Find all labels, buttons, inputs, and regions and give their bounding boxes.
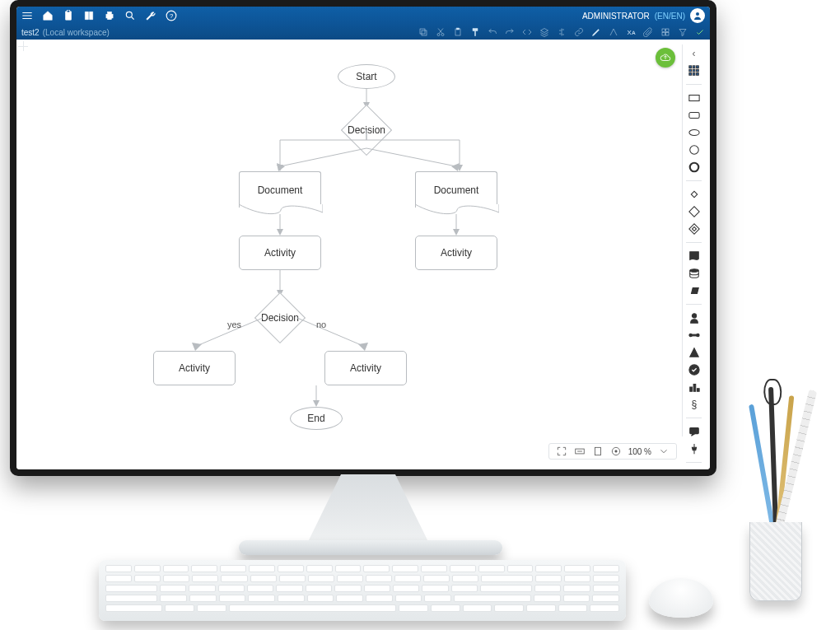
search-icon[interactable] [124,10,136,21]
top-menu-bar: ? ADMINISTRATOR (EN/EN) [16,7,710,25]
svg-rect-64 [689,387,692,391]
node-document-left[interactable]: Document [239,171,321,208]
pencil-icon[interactable] [591,27,601,37]
node-activity-bottom-left[interactable]: Activity [153,351,236,385]
align-icon[interactable] [557,27,567,37]
shape-diamond-inset-icon[interactable] [688,223,701,235]
shape-check-circle-icon[interactable] [688,364,701,376]
cut-icon[interactable] [436,27,446,37]
home-icon[interactable] [42,10,54,21]
shape-rounded-rect-icon[interactable] [688,110,701,121]
shape-ring-icon[interactable] [688,161,701,173]
layers-icon[interactable] [539,27,549,37]
shape-diamond-icon[interactable] [688,206,701,217]
grid-icon[interactable] [660,27,670,37]
svg-rect-54 [691,191,697,197]
attach-icon[interactable] [643,27,653,37]
redo-icon[interactable] [505,27,515,37]
svg-text:§: § [691,399,697,410]
svg-point-8 [696,12,699,16]
monitor-frame: ? ADMINISTRATOR (EN/EN) test2 (Local wor… [10,0,716,476]
svg-rect-68 [689,428,698,434]
svg-point-51 [688,130,698,136]
palette-grid-icon[interactable] [688,65,701,77]
monitor-stand-base [239,540,502,555]
paste-icon[interactable] [453,27,463,37]
svg-point-5 [126,12,132,17]
shape-palette: ‹ § [682,44,705,436]
palette-collapse-icon[interactable]: ‹ [693,48,696,59]
node-start[interactable]: Start [338,64,395,89]
help-icon[interactable]: ? [166,10,177,21]
doc-name[interactable]: test2 [21,28,40,37]
shape-pin-icon[interactable] [688,443,701,455]
svg-text:Xᴀ: Xᴀ [628,29,636,36]
shape-callout-icon[interactable] [688,426,701,437]
copy-icon[interactable] [418,27,428,37]
workspace-label: (Local workspace) [43,28,110,37]
svg-rect-56 [688,224,698,234]
shape-diamond-small-icon[interactable] [688,189,701,200]
svg-rect-10 [420,29,425,34]
node-activity-bottom-right[interactable]: Activity [324,351,407,385]
filter-icon[interactable] [678,27,688,37]
keyboard [99,560,626,621]
fit-width-icon[interactable] [574,446,586,457]
svg-point-62 [696,334,699,337]
svg-rect-57 [692,227,696,231]
svg-text:?: ? [170,12,173,20]
shape-connector-icon[interactable] [688,329,701,341]
clipboard-icon[interactable] [63,10,74,21]
zoom-target-icon[interactable] [610,446,622,457]
svg-rect-49 [688,96,698,101]
chevron-down-icon[interactable] [658,446,670,457]
wrench-icon[interactable] [145,10,156,21]
shape-section-icon[interactable]: § [688,399,701,410]
cloud-upload-button[interactable] [656,48,675,68]
node-activity-left[interactable]: Activity [239,236,321,270]
shape-triangle-icon[interactable] [688,347,701,358]
link-icon[interactable] [574,27,584,37]
code-icon[interactable] [522,27,532,37]
text-icon[interactable]: Xᴀ [626,27,636,37]
undo-icon[interactable] [488,27,497,37]
zoom-value[interactable]: 100 % [628,447,651,456]
shape-person-icon[interactable] [688,312,701,324]
svg-rect-66 [697,389,699,392]
shape-parallelogram-icon[interactable] [688,285,701,296]
format-painter-icon[interactable] [470,27,480,37]
node-activity-left-label: Activity [264,247,296,259]
user-avatar[interactable] [690,8,705,23]
node-document-right[interactable]: Document [415,171,497,208]
svg-rect-47 [693,73,695,76]
node-activity-bottom-left-label: Activity [179,362,210,374]
shape-circle-icon[interactable] [688,144,701,156]
canvas[interactable]: Start Decision [16,40,710,469]
svg-rect-41 [693,66,695,68]
language-indicator[interactable]: (EN/EN) [655,12,685,21]
svg-marker-32 [192,343,202,351]
book-icon[interactable] [83,10,95,21]
shape-database-icon[interactable] [688,268,701,279]
svg-rect-19 [666,33,670,36]
svg-rect-42 [696,66,698,68]
svg-rect-4 [108,17,112,20]
svg-marker-35 [313,400,320,407]
svg-point-11 [437,34,440,36]
shape-ellipse-icon[interactable] [688,127,701,138]
fit-page-icon[interactable] [592,446,604,457]
fit-screen-icon[interactable] [556,446,567,457]
svg-rect-50 [688,113,698,119]
line-icon[interactable] [609,27,618,37]
node-activity-right[interactable]: Activity [415,236,497,270]
node-document-left-label: Document [258,184,303,196]
shape-rect-icon[interactable] [688,92,701,104]
svg-rect-65 [693,385,696,392]
shape-document-icon[interactable] [688,250,701,262]
menu-icon[interactable] [21,10,33,21]
node-end[interactable]: End [290,407,343,430]
svg-marker-27 [277,229,283,236]
shape-bar-chart-icon[interactable] [688,381,701,393]
check-icon[interactable] [695,27,705,37]
print-icon[interactable] [104,10,115,21]
